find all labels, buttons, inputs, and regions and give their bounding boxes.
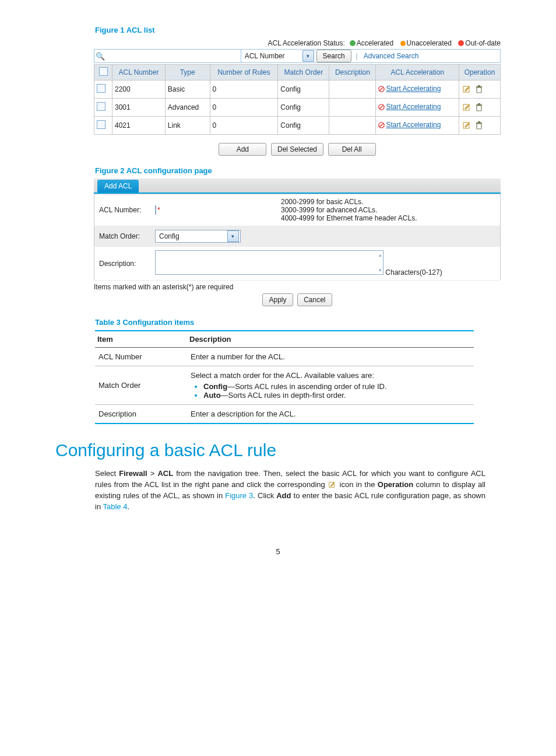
- add-button[interactable]: Add: [219, 143, 266, 156]
- search-combo-value: ACL Number: [241, 52, 301, 60]
- col-op: Operation: [459, 65, 501, 80]
- figure2-container: Add ACL ACL Number: * 2000-2999 for basi…: [94, 178, 501, 306]
- search-field-combo[interactable]: ACL Number ▾: [241, 50, 315, 62]
- col-match: Match Order: [278, 65, 329, 80]
- required-note: Items marked with an asterisk(*) are req…: [94, 283, 501, 291]
- scroll-up-icon[interactable]: ▴: [379, 252, 382, 258]
- svg-rect-17: [478, 121, 480, 123]
- cfg-desc: Select a match order for the ACL. Availa…: [187, 366, 474, 405]
- start-accelerating-link[interactable]: Start Accelerating: [378, 121, 441, 129]
- cell-type: Link: [165, 117, 210, 135]
- table-row: 2200 Basic 0 Config Start Accelerating: [94, 80, 501, 99]
- cell-match: Config: [278, 117, 329, 135]
- row-checkbox[interactable]: [97, 120, 105, 129]
- col-type: Type: [165, 65, 210, 80]
- figure2-caption: Figure 2 ACL configuration page: [95, 166, 501, 175]
- chevron-down-icon[interactable]: ▾: [227, 230, 239, 242]
- match-order-combo[interactable]: Config ▾: [155, 230, 241, 243]
- svg-rect-4: [476, 86, 482, 88]
- cfg-desc: Enter a number for the ACL.: [187, 348, 474, 366]
- figure1-caption: Figure 1 ACL list: [95, 26, 501, 34]
- cell-match: Config: [278, 99, 329, 117]
- cell-aclnumber: 2200: [112, 80, 166, 99]
- cfg-item: Description: [95, 405, 187, 424]
- cell-match: Config: [278, 80, 329, 99]
- status-outofdate: Out-of-date: [465, 39, 501, 47]
- status-unaccelerated: Unaccelerated: [407, 39, 452, 47]
- edit-icon[interactable]: [462, 85, 471, 94]
- table-row: Match Order Select a match order for the…: [95, 366, 474, 405]
- trash-icon[interactable]: [474, 121, 484, 130]
- col-description: Description: [187, 331, 474, 348]
- cfg-item: Match Order: [95, 366, 187, 405]
- cell-aclnumber: 4021: [112, 117, 166, 135]
- tab-add-acl[interactable]: Add ACL: [97, 180, 139, 192]
- section-heading: Configuring a basic ACL rule: [55, 440, 501, 460]
- advanced-search-link[interactable]: Advanced Search: [359, 52, 419, 60]
- svg-line-13: [380, 124, 383, 127]
- edit-icon[interactable]: [462, 121, 471, 130]
- start-accelerating-link[interactable]: Start Accelerating: [378, 85, 441, 93]
- table-row: Description Enter a description for the …: [95, 405, 474, 424]
- chars-hint: Characters(0-127): [385, 268, 442, 276]
- stop-icon: [378, 86, 385, 92]
- search-icon: 🔍: [94, 52, 105, 61]
- description-textarea[interactable]: ▴ ▾: [155, 250, 383, 275]
- search-button[interactable]: Search: [316, 50, 351, 62]
- del-all-button[interactable]: Del All: [328, 143, 376, 156]
- acl-table: ACL Number Type Number of Rules Match Or…: [94, 64, 501, 135]
- select-all-checkbox[interactable]: [99, 67, 108, 76]
- acl-number-help: 2000-2999 for basic ACLs. 3000-3999 for …: [276, 194, 501, 226]
- trash-icon[interactable]: [474, 103, 484, 112]
- col-accel: ACL Acceleration: [376, 65, 459, 80]
- search-bar: 🔍 ACL Number ▾ Search | Advanced Search: [94, 49, 501, 63]
- table-row: 4021 Link 0 Config Start Accelerating: [94, 117, 501, 135]
- svg-rect-16: [476, 123, 482, 124]
- cell-type: Basic: [165, 80, 210, 99]
- acl-list-buttons: Add Del Selected Del All: [94, 143, 501, 156]
- svg-line-7: [380, 106, 383, 109]
- cfg-desc-text: Select a match order for the ACL. Availa…: [191, 371, 374, 380]
- svg-rect-15: [477, 124, 481, 129]
- table4-link[interactable]: Table 4: [103, 502, 128, 511]
- separator: |: [353, 52, 359, 60]
- row-checkbox[interactable]: [97, 84, 105, 93]
- col-desc: Description: [329, 65, 376, 80]
- start-accelerating-link[interactable]: Start Accelerating: [378, 103, 441, 111]
- svg-rect-9: [477, 106, 481, 111]
- acl-accel-status: ACL Acceleration Status:Accelerated Unac…: [94, 38, 501, 49]
- col-rules: Number of Rules: [210, 65, 278, 80]
- cell-aclnumber: 3001: [112, 99, 166, 117]
- table-row: ACL Number Enter a number for the ACL.: [95, 348, 474, 366]
- del-selected-button[interactable]: Del Selected: [271, 143, 323, 156]
- cell-rules: 0: [210, 99, 278, 117]
- trash-icon[interactable]: [474, 85, 484, 94]
- svg-rect-3: [477, 88, 481, 93]
- cancel-button[interactable]: Cancel: [297, 293, 332, 306]
- cell-rules: 0: [210, 117, 278, 135]
- status-accelerated-icon: [350, 40, 356, 46]
- acl-table-header: ACL Number Type Number of Rules Match Or…: [94, 65, 501, 80]
- status-unaccelerated-icon: [400, 41, 406, 46]
- cell-desc: [329, 99, 376, 117]
- required-asterisk: *: [156, 206, 160, 214]
- cell-rules: 0: [210, 80, 278, 99]
- figure1-container: ACL Acceleration Status:Accelerated Unac…: [94, 38, 501, 156]
- match-order-label: Match Order:: [94, 226, 151, 247]
- svg-rect-5: [478, 85, 480, 86]
- status-outofdate-icon: [458, 40, 464, 46]
- cell-type: Advanced: [165, 99, 210, 117]
- scroll-down-icon[interactable]: ▾: [379, 267, 382, 273]
- edit-icon[interactable]: [462, 103, 471, 112]
- row-checkbox[interactable]: [97, 102, 105, 111]
- cfg-desc: Enter a description for the ACL.: [187, 405, 474, 424]
- figure3-link[interactable]: Figure 3: [225, 491, 253, 500]
- cell-desc: [329, 117, 376, 135]
- acl-number-label: ACL Number:: [94, 194, 151, 226]
- table3-caption: Table 3 Configuration items: [95, 318, 501, 327]
- form-buttons: Apply Cancel: [94, 293, 501, 306]
- chevron-down-icon[interactable]: ▾: [302, 50, 314, 62]
- match-order-value: Config: [156, 232, 226, 240]
- apply-button[interactable]: Apply: [262, 293, 293, 306]
- col-item: Item: [95, 331, 187, 348]
